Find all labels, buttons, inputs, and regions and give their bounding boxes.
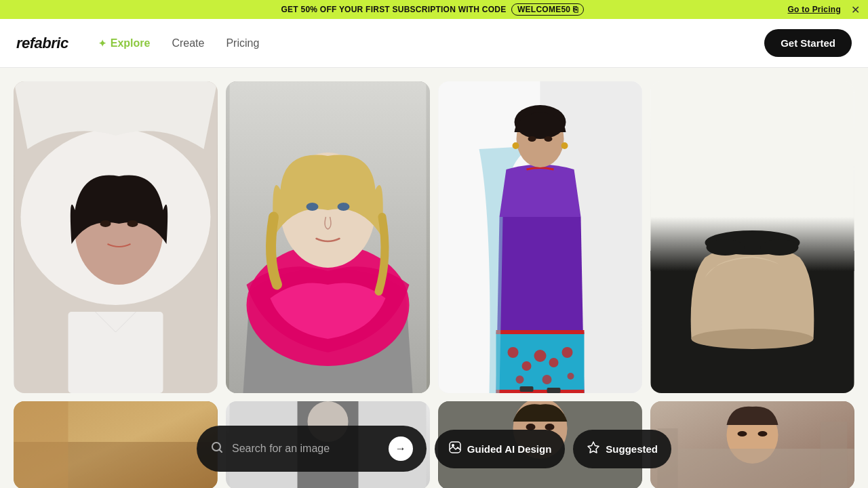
svg-point-21: [542, 375, 552, 384]
image-8-svg: [650, 401, 854, 488]
svg-rect-43: [14, 401, 68, 488]
guided-ai-design-button[interactable]: Guided AI Design: [435, 430, 565, 468]
svg-point-4: [127, 220, 138, 227]
nav-explore[interactable]: ✦ Explore: [90, 32, 159, 55]
svg-rect-32: [547, 388, 561, 393]
svg-point-16: [522, 361, 532, 371]
explore-icon: ✦: [98, 38, 106, 49]
svg-point-22: [568, 373, 574, 380]
image-1-svg: [14, 81, 218, 393]
promo-code: WELCOME50 ⎘: [511, 3, 584, 16]
svg-point-20: [516, 375, 524, 384]
image-5-svg: [14, 401, 218, 488]
svg-point-27: [513, 142, 519, 149]
image-card-2[interactable]: [226, 81, 430, 393]
guided-ai-icon: [448, 441, 462, 458]
search-overlay: Search for an image → Guided AI Design S…: [197, 426, 671, 472]
svg-point-37: [707, 239, 745, 256]
nav-links: ✦ Explore Create Pricing: [90, 32, 764, 55]
svg-point-38: [761, 239, 799, 256]
close-banner-button[interactable]: ✕: [851, 3, 860, 16]
image-card-4[interactable]: [650, 81, 854, 393]
svg-point-53: [758, 431, 768, 436]
svg-point-30: [545, 136, 553, 142]
svg-point-10: [307, 203, 319, 211]
search-input-placeholder[interactable]: Search for an image: [232, 443, 380, 455]
svg-point-29: [528, 136, 536, 142]
svg-point-52: [738, 431, 747, 436]
image-card-8[interactable]: [650, 401, 854, 488]
suggested-button[interactable]: Suggested: [573, 430, 671, 468]
navbar: refabric ✦ Explore Create Pricing Get St…: [0, 19, 868, 68]
image-grid: [0, 68, 868, 488]
go-to-pricing-link[interactable]: Go to Pricing: [788, 5, 841, 14]
image-card-5[interactable]: [14, 401, 218, 488]
image-4-svg: [650, 81, 854, 393]
promo-text: GET 50% OFF YOUR FIRST SUBSCRIPTION WITH…: [281, 5, 507, 14]
search-icon: [210, 441, 224, 458]
svg-rect-40: [705, 338, 800, 346]
image-3-svg: [438, 81, 642, 393]
search-bar[interactable]: Search for an image →: [197, 426, 427, 472]
image-card-1[interactable]: [14, 81, 218, 393]
get-started-button[interactable]: Get Started: [764, 29, 852, 57]
svg-rect-31: [520, 386, 534, 392]
search-submit-button[interactable]: →: [389, 436, 413, 461]
svg-point-17: [534, 350, 547, 362]
suggested-icon: [587, 441, 600, 458]
copy-icon[interactable]: ⎘: [573, 5, 578, 14]
svg-point-11: [338, 203, 350, 211]
logo[interactable]: refabric: [16, 35, 68, 52]
svg-rect-58: [450, 442, 460, 453]
guided-ai-label: Guided AI Design: [467, 443, 551, 455]
svg-point-15: [508, 347, 519, 358]
image-card-3[interactable]: [438, 81, 642, 393]
svg-rect-56: [821, 422, 848, 488]
suggested-label: Suggested: [606, 443, 658, 455]
svg-point-28: [561, 142, 568, 149]
image-2-svg: [226, 81, 430, 393]
svg-point-3: [100, 220, 111, 227]
svg-rect-23: [496, 330, 585, 334]
svg-point-19: [562, 347, 573, 358]
promo-banner: GET 50% OFF YOUR FIRST SUBSCRIPTION WITH…: [0, 0, 868, 19]
svg-point-18: [549, 358, 559, 367]
nav-pricing[interactable]: Pricing: [218, 32, 267, 55]
nav-create[interactable]: Create: [163, 32, 212, 55]
svg-rect-24: [496, 390, 585, 393]
